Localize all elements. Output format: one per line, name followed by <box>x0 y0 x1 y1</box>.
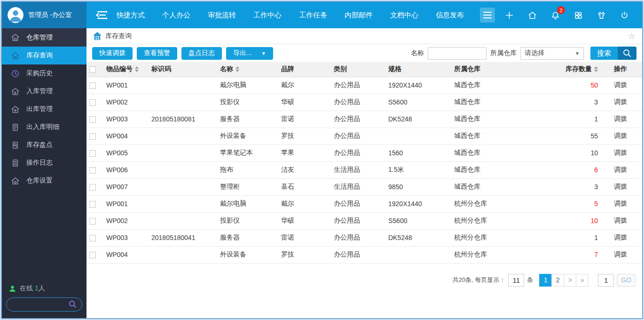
sidebar-item-库存盘点[interactable]: 库存盘点 <box>2 136 86 154</box>
nav-item[interactable]: 内部邮件 <box>345 11 373 20</box>
nav-item[interactable]: 快捷方式 <box>117 11 145 20</box>
cell-name: 服务器 <box>217 111 278 128</box>
column-header[interactable]: 物品编号 <box>106 65 139 73</box>
tshirt-icon[interactable] <box>596 9 607 21</box>
user-avatar-icon[interactable] <box>8 7 24 23</box>
transfer-link[interactable]: 调拨 <box>614 149 627 156</box>
row-checkbox[interactable] <box>89 184 96 191</box>
apps-icon[interactable] <box>573 9 584 21</box>
nav-item[interactable]: 信息发布 <box>436 11 464 20</box>
row-checkbox[interactable] <box>89 150 96 157</box>
cell-warehouse: 城西仓库 <box>451 94 558 111</box>
cell-name: 投影仪 <box>217 212 278 229</box>
row-checkbox[interactable] <box>89 133 96 140</box>
power-icon[interactable] <box>619 9 630 21</box>
sidebar-item-仓库管理[interactable]: 仓库管理 <box>2 28 86 47</box>
cell-item-no: WP005 <box>103 144 149 161</box>
sidebar-item-label: 仓库管理 <box>26 33 53 42</box>
transfer-link[interactable]: 调拨 <box>614 81 627 88</box>
cell-warehouse: 城西仓库 <box>451 178 558 195</box>
sidebar-item-采购历史[interactable]: 采购历史 <box>2 64 86 82</box>
sidebar-item-操作日志[interactable]: 操作日志 <box>2 154 86 172</box>
transfer-link[interactable]: 调拨 <box>614 115 627 122</box>
sidebar-search-icon[interactable] <box>69 300 77 310</box>
sidebar-item-库存查询[interactable]: 库存查询 <box>2 47 86 64</box>
bell-icon[interactable]: 2 <box>550 9 561 21</box>
row-checkbox[interactable] <box>89 252 96 258</box>
transfer-link[interactable]: 调拨 <box>614 250 627 258</box>
sidebar-item-仓库设置[interactable]: 仓库设置 <box>2 172 86 190</box>
select-all-checkbox[interactable] <box>89 66 96 73</box>
sort-icon[interactable] <box>594 66 598 72</box>
transfer-link[interactable]: 调拨 <box>614 166 627 173</box>
plus-icon[interactable] <box>503 9 515 21</box>
nav-item[interactable]: 个人办公 <box>162 11 190 20</box>
search-icon <box>618 47 636 60</box>
row-checkbox[interactable] <box>89 167 96 174</box>
toolbar-button-快速调拨[interactable]: 快速调拨 <box>92 47 133 60</box>
column-header[interactable]: 库存数量 <box>565 65 598 73</box>
goto-page-input[interactable] <box>598 274 614 287</box>
home-icon[interactable] <box>526 9 538 21</box>
favorite-star-icon[interactable]: ☆ <box>628 32 636 40</box>
row-checkbox[interactable] <box>89 218 96 224</box>
nav-item[interactable]: 工作中心 <box>253 11 282 20</box>
cell-brand: 戴尔 <box>278 195 331 212</box>
toolbar-button-盘点日志[interactable]: 盘点日志 <box>181 47 222 60</box>
toolbar: 快速调拨查看预警盘点日志 导出...▼ 名称 所属仓库 请选择 ▼ 搜索 <box>86 44 642 62</box>
sidebar-item-label: 入库管理 <box>26 87 53 96</box>
row-checkbox[interactable] <box>89 201 96 208</box>
column-header: 品牌 <box>281 65 294 73</box>
cell-qty: 50 <box>558 77 611 94</box>
cell-qty: 1 <box>558 229 611 246</box>
warehouse-select[interactable]: 请选择 ▼ <box>520 47 584 60</box>
online-label: 在线 1人 <box>20 284 45 293</box>
sort-icon[interactable] <box>236 66 239 72</box>
row-checkbox[interactable] <box>89 82 96 89</box>
cell-spec: DK5248 <box>385 229 451 246</box>
nav-item[interactable]: 工作任务 <box>299 11 327 20</box>
row-checkbox[interactable] <box>89 99 96 106</box>
row-checkbox[interactable] <box>89 235 96 241</box>
name-filter-input[interactable] <box>428 47 487 60</box>
sidebar-item-出入库明细[interactable]: 出入库明细 <box>2 118 86 136</box>
sort-icon[interactable] <box>135 66 139 72</box>
cell-brand: 罗技 <box>278 128 331 144</box>
cell-item-no: WP003 <box>103 229 149 246</box>
page-number-button[interactable]: 1 <box>539 274 552 287</box>
row-checkbox[interactable] <box>89 116 96 123</box>
stocktake-icon <box>10 140 20 150</box>
page-arrow-button[interactable]: > <box>564 274 576 287</box>
go-button[interactable]: GO <box>617 274 636 287</box>
nav-item[interactable]: 文档中心 <box>390 11 418 20</box>
cell-warehouse: 杭州分仓库 <box>451 195 558 212</box>
nav-item[interactable]: 审批流转 <box>208 11 236 20</box>
topbar-user-area[interactable]: 管理员 -办公室 <box>2 2 86 28</box>
search-button[interactable]: 搜索 <box>590 47 636 60</box>
more-menu-icon[interactable] <box>480 8 495 23</box>
toolbar-button-查看预警[interactable]: 查看预警 <box>137 47 177 60</box>
transfer-link[interactable]: 调拨 <box>614 183 627 190</box>
table-row: WP005苹果笔记本苹果办公用品1560城西仓库10调拨 <box>86 144 643 161</box>
sidebar-item-入库管理[interactable]: 入库管理 <box>2 82 86 100</box>
page-number-button[interactable]: 2 <box>551 274 564 287</box>
log-icon <box>10 158 20 168</box>
transfer-link[interactable]: 调拨 <box>614 98 627 105</box>
transfer-link[interactable]: 调拨 <box>614 132 627 139</box>
transfer-link[interactable]: 调拨 <box>614 216 627 224</box>
export-button[interactable]: 导出...▼ <box>226 47 273 60</box>
column-header[interactable]: 名称 <box>220 65 239 73</box>
sidebar-search <box>6 297 82 312</box>
page-arrow-button[interactable]: » <box>576 274 589 287</box>
cell-warehouse: 城西仓库 <box>451 161 558 178</box>
transfer-link[interactable]: 调拨 <box>614 200 627 207</box>
cell-warehouse: 杭州分仓库 <box>451 212 558 229</box>
transfer-link[interactable]: 调拨 <box>614 233 627 241</box>
table-row: WP002投影仪华硕办公用品S5600城西仓库3调拨 <box>86 94 643 111</box>
menu-collapse-icon[interactable] <box>94 9 108 21</box>
page-size-input[interactable] <box>508 274 524 287</box>
cell-code <box>149 178 217 195</box>
sidebar-item-出库管理[interactable]: 出库管理 <box>2 100 86 118</box>
toolbar-actions: 快速调拨查看预警盘点日志 <box>92 47 226 60</box>
cell-name: 戴尔电脑 <box>217 77 278 94</box>
